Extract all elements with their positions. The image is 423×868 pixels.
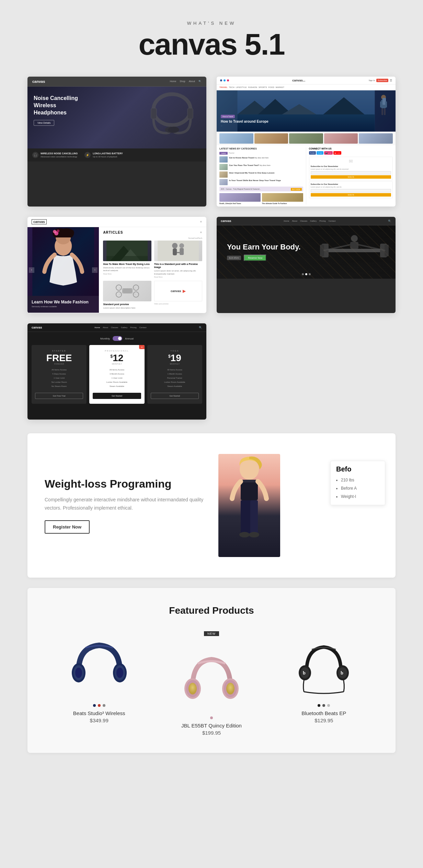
ss4-yoga-cta[interactable]: Get Started xyxy=(151,393,199,399)
svg-rect-43 xyxy=(323,249,385,252)
ss2-thumb-1 xyxy=(219,133,253,144)
fp-beats-blue-svg xyxy=(68,633,130,695)
ss4-monthly-label: Monthly xyxy=(100,337,110,340)
ss5-nav-links: Home About Classes Gallery Pricing Conta… xyxy=(284,220,335,222)
ss4-starter-cta[interactable]: Get Free Trial xyxy=(35,393,83,399)
ss4-nav-classes[interactable]: Classes xyxy=(111,326,118,329)
ss2-tw-btn[interactable]: t 3,451 xyxy=(317,151,323,155)
ss5-nav-about[interactable]: About xyxy=(292,220,297,222)
ss2-email-icon: ✉ xyxy=(311,158,391,164)
ss5-search-icon[interactable]: 🔍 xyxy=(388,220,391,223)
ss3-article-card-4: canvas ▶ Video post preview xyxy=(154,281,202,309)
ss2-email-input[interactable] xyxy=(311,171,391,175)
fp-beats-ep-colors xyxy=(273,704,375,707)
fp-jbl-price: $199.95 xyxy=(160,730,262,736)
ss2-thumb-2 xyxy=(254,133,288,144)
ss2-article-thumb-4 xyxy=(219,179,228,185)
ss5-nav-home[interactable]: Home xyxy=(284,220,289,222)
ss3-next-arrow[interactable]: › xyxy=(92,267,98,273)
wl-list-item-2: Before A xyxy=(341,484,379,492)
ss5-hero-heading: You Earn Your Body. xyxy=(227,243,301,251)
ss3-article-img-2 xyxy=(154,241,202,261)
ss5-hero-price-area: $19.95/m Reserve Now xyxy=(227,255,301,261)
ss4-nav-pricing[interactable]: Pricing xyxy=(130,326,136,329)
svg-point-71 xyxy=(226,683,235,694)
svg-rect-57 xyxy=(250,500,258,535)
wl-visual: Befo 210 lbs Before A Weight-l xyxy=(218,454,378,557)
svg-rect-30 xyxy=(173,248,177,255)
ss4-nav: canvas Home About Classes Gallery Pricin… xyxy=(27,323,206,332)
weight-loss-section: Weight-loss Programing Compellingly gene… xyxy=(27,433,396,578)
ss3-slider-heading: Learn How We Made Fashion xyxy=(32,300,89,305)
ss4-starter-features: All Items Access 5 Days Access 1 User Li… xyxy=(35,368,83,388)
ss1-features: 🎧 WIRELESS NOISE CANCELLING Advanced noi… xyxy=(27,148,206,162)
ss2-subscribe-btn[interactable]: SIGN IN xyxy=(311,175,391,179)
ss1-cta-button[interactable]: View Details xyxy=(34,120,54,126)
header: WHAT'S NEW canvas 5.1 xyxy=(27,21,396,59)
svg-rect-32 xyxy=(180,248,184,255)
fp-jbl-img xyxy=(160,642,262,711)
ss4-search-icon[interactable]: 🔍 xyxy=(199,326,202,329)
ss3-video-preview[interactable]: canvas ▶ xyxy=(154,281,202,301)
ss4-nav-home[interactable]: Home xyxy=(94,326,100,329)
ss5-nav: canvas Home About Classes Gallery Pricin… xyxy=(217,217,396,225)
ss5-logo: canvas xyxy=(221,219,231,223)
header-subtitle: WHAT'S NEW xyxy=(27,21,396,26)
svg-point-22 xyxy=(53,230,56,233)
ss3-article-title-1: How To Make More Travel By Doing Less xyxy=(103,263,151,266)
ss3-prev-arrow[interactable]: ‹ xyxy=(29,267,34,273)
svg-point-68 xyxy=(188,683,197,694)
ss5-nav-classes[interactable]: Classes xyxy=(300,220,307,222)
wl-before-card: Befo 210 lbs Before A Weight-l xyxy=(330,461,385,505)
ss2-email-input-2[interactable] xyxy=(311,189,391,192)
ss2-bottom-articles: Death, Lifestyle And Taxes The ultimate … xyxy=(219,193,303,204)
ss2-thumb-5 xyxy=(359,133,393,144)
ss5-nav-gallery[interactable]: Gallery xyxy=(310,220,317,222)
ss3-article-card-2: This is a Standard post with a Preview I… xyxy=(154,241,202,278)
ss3-articles-header: ARTICLES ✕ xyxy=(103,231,202,234)
ss2-yt-btn[interactable]: ▶ 8,453 xyxy=(333,151,341,155)
ss1-battery-icon: ⚡ xyxy=(84,152,91,158)
ss4-yoga-price: $19 xyxy=(151,353,199,363)
fp-title: Featured Products xyxy=(48,605,375,616)
ss5-nav-contact[interactable]: Contact xyxy=(329,220,336,222)
svg-point-23 xyxy=(57,230,59,232)
ss3-articles-grid: How To Make More Travel By Doing Less Di… xyxy=(103,241,202,309)
svg-rect-16 xyxy=(381,108,383,115)
wl-list-item-1: 210 lbs xyxy=(341,476,379,484)
fp-jbl-svg xyxy=(181,646,242,708)
ss2-connect-title: CONNECT WITH US xyxy=(309,147,393,150)
ss2-subscribe-title: Subscribe to Our Newsletter xyxy=(311,165,391,167)
ss2-fb-btn[interactable]: f 1,245 xyxy=(309,151,316,155)
ss4-nav-contact[interactable]: Contact xyxy=(139,326,147,329)
ss2-article-info-3: How I Improved My Travel in One Easy Les… xyxy=(229,171,274,178)
ss5-nav-pricing[interactable]: Pricing xyxy=(319,220,325,222)
ss2-facebook-dot xyxy=(220,79,222,81)
ss4-featured-badge: ★ xyxy=(139,345,145,349)
ss2-social-row-1: f 1,245 t 3,451 📷 4,712 ▶ 8,453 xyxy=(309,151,393,155)
fp-beats-ep-price: $129.95 xyxy=(273,717,375,723)
ss2-article-item-1: Get to Know About Travel tiny desc text … xyxy=(219,156,303,163)
ss3-articles-panel: ARTICLES ✕ SomeCoolTech xyxy=(99,227,206,313)
ss4-nav-about[interactable]: About xyxy=(103,326,108,329)
ss2-ig-btn[interactable]: 📷 4,712 xyxy=(324,151,333,155)
svg-point-4 xyxy=(168,127,179,133)
ss1-feature-1-text: WIRELESS NOISE CANCELLING Advanced noise… xyxy=(41,152,78,158)
screenshots-grid: canvas Home Shop About 🔍 xyxy=(27,77,396,420)
ss2-article-info-4: Is Your Travel Skills But Never Stop You… xyxy=(229,179,281,185)
ss2-backpacker xyxy=(378,94,389,118)
ss4-nav-gallery[interactable]: Gallery xyxy=(121,326,127,329)
fp-beats-ep-name: Bluetooth Beats EP xyxy=(273,710,375,716)
ss4-plan-starter: STARTER FREE FOREVER All Items Access 5 … xyxy=(32,345,87,404)
ss2-article-info-2: Can You Pass The Travel Test? tiny desc … xyxy=(229,164,271,170)
ss2-article-thumb-2 xyxy=(219,164,228,170)
ss4-billing-toggle[interactable] xyxy=(113,336,122,341)
ss2-subscribe-btn-2[interactable]: SIGN IN xyxy=(311,193,391,197)
ss4-pro-cta[interactable]: Get Started xyxy=(93,393,141,399)
fp-dot-black xyxy=(318,704,320,707)
ss4-pro-features: All Items Access 3 Month Access 1 User L… xyxy=(93,368,141,388)
ss5-reserve-btn[interactable]: Reserve Now xyxy=(244,255,266,261)
wl-register-btn[interactable]: Register Now xyxy=(45,520,90,534)
ss3-logo: canvas xyxy=(32,219,47,224)
fp-product-beats-ep: b b Bluetooth Beats EP xyxy=(273,630,375,736)
